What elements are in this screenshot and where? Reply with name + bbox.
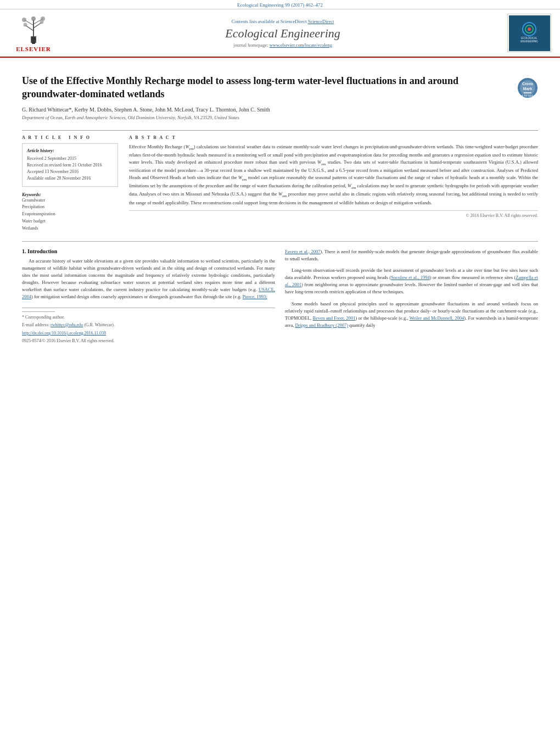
corresponding-author-note: * Corresponding author. [22, 314, 275, 320]
svg-text:ENGINEERING: ENGINEERING [520, 40, 538, 43]
elsevier-logo: ELSEVIER [9, 14, 58, 52]
pierce-ref-link[interactable]: Pierce, 1993; [243, 294, 267, 299]
svg-rect-12 [32, 41, 35, 44]
svg-text:ECOLOGICAL: ECOLOGICAL [521, 37, 537, 40]
eco-engineering-logo: ECOLOGICAL ENGINEERING [509, 15, 550, 51]
available-online: Available online 28 November 2016 [27, 175, 113, 182]
copyright-line: © 2016 Elsevier B.V. All rights reserved… [129, 210, 538, 218]
abstract-heading: A B S T R A C T [129, 135, 538, 140]
intro-section-title: 1. Introduction [22, 248, 275, 254]
email-note: E-mail address: rwhittec@odu.edu (G.R. W… [22, 322, 275, 328]
intro-para-right-1: Favero et al., 2007). There is need for … [285, 248, 538, 263]
abstract-col: A B S T R A C T Effective Monthly Rechar… [129, 135, 538, 232]
svg-point-9 [40, 20, 44, 24]
keyword-precipitation: Precipitation [22, 204, 118, 211]
author-email-link[interactable]: rwhittec@odu.edu [51, 322, 83, 327]
elsevier-tree-icon [14, 14, 53, 44]
weiler-ref-link[interactable]: Weiler and McDonnell, 2004 [410, 315, 464, 321]
article-content: Use of the Effective Monthly Recharge mo… [0, 58, 560, 345]
intro-para-right-2: Long-term observation-well records provi… [285, 267, 538, 296]
socolow-ref-link[interactable]: Socolow et al., 1994 [391, 275, 430, 280]
keyword-water-budget: Water budget [22, 218, 118, 225]
svg-text:Cross: Cross [522, 82, 533, 86]
accepted-date: Accepted 13 November 2016 [27, 169, 113, 175]
svg-point-8 [24, 23, 27, 26]
svg-text:Mark: Mark [523, 87, 532, 91]
sciencedirect-link[interactable]: ScienceDirect [308, 19, 334, 24]
journal-homepage-link[interactable]: www.elsevier.com/locate/ecoleng [270, 42, 332, 48]
authors-line: G. Richard Whittecar*, Kerby M. Dobbs, S… [22, 107, 508, 113]
keywords-label: Keywords: [22, 192, 118, 197]
article-title: Use of the Effective Monthly Recharge mo… [22, 74, 508, 101]
body-right-col: Favero et al., 2007). There is need for … [285, 248, 538, 346]
favero-ref-link[interactable]: Favero et al., 2007 [285, 249, 321, 254]
intro-para-right-3: Some models based on physical principles… [285, 300, 538, 330]
journal-logo-image: ECOLOGICAL ENGINEERING [507, 14, 551, 52]
doi-link[interactable]: http://dx.doi.org/10.1016/j.ecoleng.2016… [22, 331, 106, 336]
elsevier-wordmark: ELSEVIER [16, 46, 51, 52]
article-body: 1. Introduction An accurate history of w… [22, 241, 538, 346]
article-left-col: A R T I C L E I N F O Article history: R… [22, 135, 118, 232]
article-info-heading: A R T I C L E I N F O [22, 135, 118, 140]
journal-citation: Ecological Engineering 99 (2017) 462–472 [237, 2, 323, 8]
keyword-evapotranspiration: Evapotranspiration [22, 211, 118, 218]
journal-citation-bar: Ecological Engineering 99 (2017) 462–472 [0, 0, 560, 9]
keywords-box: Keywords: Groundwater Precipitation Evap… [22, 192, 118, 232]
abstract-text: Effective Monthly Recharge (Wem) calcula… [129, 143, 538, 207]
journal-header: ELSEVIER Contents lists available at Sci… [0, 9, 560, 58]
article-history-label: Article history: [27, 148, 113, 153]
article-info-box: Article history: Received 2 September 20… [22, 143, 118, 187]
article-title-section: Use of the Effective Monthly Recharge mo… [22, 74, 538, 126]
article-title-wrapper: Use of the Effective Monthly Recharge mo… [22, 74, 508, 126]
footnote-divider [22, 311, 55, 312]
svg-point-16 [528, 27, 531, 31]
doi-line: http://dx.doi.org/10.1016/j.ecoleng.2016… [22, 330, 275, 336]
body-left-col: 1. Introduction An accurate history of w… [22, 248, 275, 346]
sciencedirect-text: Contents lists available at ScienceDirec… [58, 19, 507, 24]
usace-ref-link[interactable]: USACE, 2004 [22, 287, 275, 299]
article-info-abstract: A R T I C L E I N F O Article history: R… [22, 130, 538, 232]
svg-point-11 [31, 37, 36, 41]
journal-header-center: Contents lists available at ScienceDirec… [58, 19, 507, 48]
intro-para-1: An accurate history of water table eleva… [22, 258, 275, 301]
keyword-wetlands: Wetlands [22, 225, 118, 232]
received-date: Received 2 September 2015 [27, 155, 113, 162]
svg-point-6 [22, 18, 26, 22]
svg-point-10 [31, 16, 36, 21]
svg-text:Click for updates: Click for updates [517, 94, 538, 97]
dripps-ref-link[interactable]: Dripps and Bradbury (2007) [295, 322, 348, 328]
journal-homepage: journal homepage: www.elsevier.com/locat… [58, 42, 507, 48]
affiliation-line: Department of Ocean, Earth and Atmospher… [22, 115, 508, 120]
eco-logo-svg: ECOLOGICAL ENGINEERING [513, 18, 546, 48]
crossmark-icon: Cross Mark Click for updates [517, 77, 538, 98]
issn-line: 0925-8574/© 2016 Elsevier B.V. All right… [22, 338, 275, 344]
received-revised: Received in revised form 21 October 2016 [27, 162, 113, 169]
journal-title: Ecological Engineering [58, 26, 507, 41]
crossmark-badge: Cross Mark Click for updates [517, 77, 538, 99]
beven-ref-link[interactable]: Beven and Freer, 2001 [313, 315, 356, 321]
keyword-groundwater: Groundwater [22, 197, 118, 204]
footnotes: * Corresponding author. E-mail address: … [22, 308, 275, 344]
